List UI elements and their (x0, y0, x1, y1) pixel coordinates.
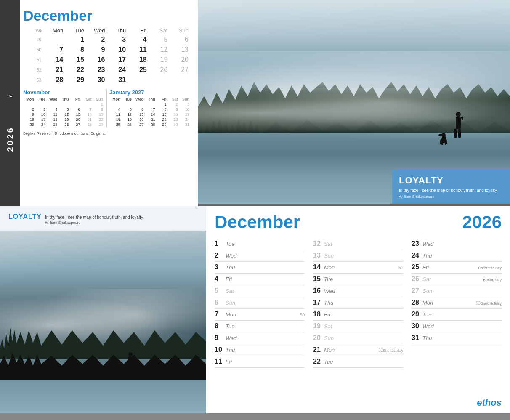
bottom-left-header: LOYALTY In thy face I see the map of hon… (0, 206, 206, 231)
day-row: 17Thu (313, 297, 403, 309)
mini-day (81, 102, 93, 107)
bottom-person (124, 351, 134, 379)
day-number: 21 (313, 346, 322, 354)
mini-col-header: Thu (58, 97, 69, 102)
top-half: ethos 2026 December Wk Mon Tue Wed Thu F… (0, 0, 510, 206)
calendar-day: 15 (65, 55, 86, 65)
mini-col-header: Wed (133, 97, 144, 102)
calendar-day: 12 (149, 45, 170, 55)
mini-day (144, 102, 156, 107)
mini-col-header: Fri (69, 97, 81, 102)
mini-day: 5 (58, 107, 69, 112)
dog-silhouette (438, 126, 449, 145)
calendar-day: 18 (128, 55, 149, 65)
day-name: Fri (422, 264, 478, 271)
mini-day: 23 (167, 117, 179, 122)
day-number: 26 (412, 275, 421, 283)
day-row: 13Sun (313, 250, 403, 262)
calendar-day: 17 (107, 55, 128, 65)
day-number: 12 (313, 240, 322, 247)
day-number: 30 (412, 322, 421, 330)
mini-col-header: Tue (121, 97, 133, 102)
svg-rect-16 (116, 375, 117, 378)
mini-col-header: Mon (23, 97, 35, 102)
cal-divider (106, 89, 107, 127)
bottom-left-panel: LOYALTY In thy face I see the map of hon… (0, 206, 206, 413)
bottom-photo-inner (0, 231, 206, 413)
col-thu: Thu (107, 27, 128, 35)
day-number: 27 (412, 287, 421, 295)
day-name: Mon (226, 311, 300, 318)
svg-rect-21 (127, 366, 129, 373)
day-name: Tue (422, 311, 502, 318)
day-row: 1Tue (215, 238, 305, 250)
calendar-day: 6 (169, 35, 190, 45)
day-number: 13 (313, 252, 322, 259)
holiday-note: Shortest day (383, 348, 403, 353)
calendar-day: 5 (149, 35, 170, 45)
holiday-note: Boxing Day (483, 278, 502, 282)
svg-point-8 (456, 112, 461, 117)
day-name: Sat (226, 288, 305, 294)
loyalty-quote: In thy face I see the map of honour, tru… (399, 188, 503, 194)
day-row: 2Wed (215, 250, 305, 262)
day-name: Thu (226, 347, 305, 353)
day-number: 14 (313, 263, 322, 271)
col-wk: Wk (23, 27, 44, 35)
day-number: 1 (215, 240, 224, 247)
calendar-day: 23 (86, 65, 107, 75)
mini-day: 16 (167, 112, 179, 117)
mini-day: 27 (69, 122, 81, 127)
col-sun: Sun (169, 27, 190, 35)
mini-day: 19 (58, 117, 69, 122)
day-row: 14Mon51 (313, 262, 403, 274)
day-name: Mon (324, 264, 398, 271)
bottom-half: LOYALTY In thy face I see the map of hon… (0, 206, 510, 413)
week-num: 52 (23, 65, 44, 75)
mini-col-header: Sat (81, 97, 93, 102)
silhouettes (438, 111, 463, 145)
week-num: 50 (23, 45, 44, 55)
day-name: Wed (422, 241, 502, 247)
mini-day: 7 (81, 107, 93, 112)
mini-day (133, 102, 144, 107)
week-tag: 51 (398, 266, 403, 270)
calendar-day: 20 (169, 55, 190, 65)
mini-day: 17 (35, 117, 46, 122)
day-number: 8 (215, 322, 224, 330)
mini-day: 1 (156, 102, 167, 107)
day-name: Thu (324, 300, 403, 306)
day-row: 29Tue (412, 309, 502, 321)
loyalty-label-row: LOYALTY In thy face I see the map of hon… (8, 213, 198, 225)
mini-day: 9 (23, 112, 35, 117)
holiday-note: Bank Holiday (481, 301, 502, 306)
day-number: 20 (313, 334, 322, 342)
day-name: Tue (226, 241, 305, 247)
col-mon: Mon (44, 27, 65, 35)
mini-day: 28 (81, 122, 93, 127)
day-row: 18Fri (313, 309, 403, 321)
mini-day: 25 (109, 122, 121, 127)
day-name: Sun (324, 335, 403, 341)
mini-day: 14 (81, 112, 93, 117)
svg-rect-23 (132, 356, 134, 362)
main-calendar: Wk Mon Tue Wed Thu Fri Sat Sun 491234565… (23, 27, 190, 85)
mini-day: 11 (46, 112, 58, 117)
calendar-day: 29 (65, 75, 86, 85)
svg-point-15 (117, 368, 120, 372)
day-row: 26SatBoxing Day (412, 274, 502, 285)
day-name: Thu (422, 335, 502, 341)
mini-col-header: Thu (144, 97, 156, 102)
mini-day: 4 (109, 107, 121, 112)
day-column: 23Wed24Thu25FriChristmas Day26SatBoxing … (412, 238, 502, 368)
mini-day: 21 (144, 117, 156, 122)
day-row: 24Thu (412, 250, 502, 262)
day-number: 17 (313, 299, 322, 306)
mini-day: 25 (46, 122, 58, 127)
loyalty-banner: LOYALTY In thy face I see the map of hon… (392, 170, 510, 204)
day-row: 5Sat (215, 285, 305, 297)
svg-rect-6 (445, 143, 446, 145)
day-row: 30Wed (412, 321, 502, 332)
days-grid: 1Tue2Wed3Thu4Fri5Sat6Sun7Mon508Tue9Wed10… (215, 238, 502, 368)
mini-day: 1 (93, 102, 104, 107)
